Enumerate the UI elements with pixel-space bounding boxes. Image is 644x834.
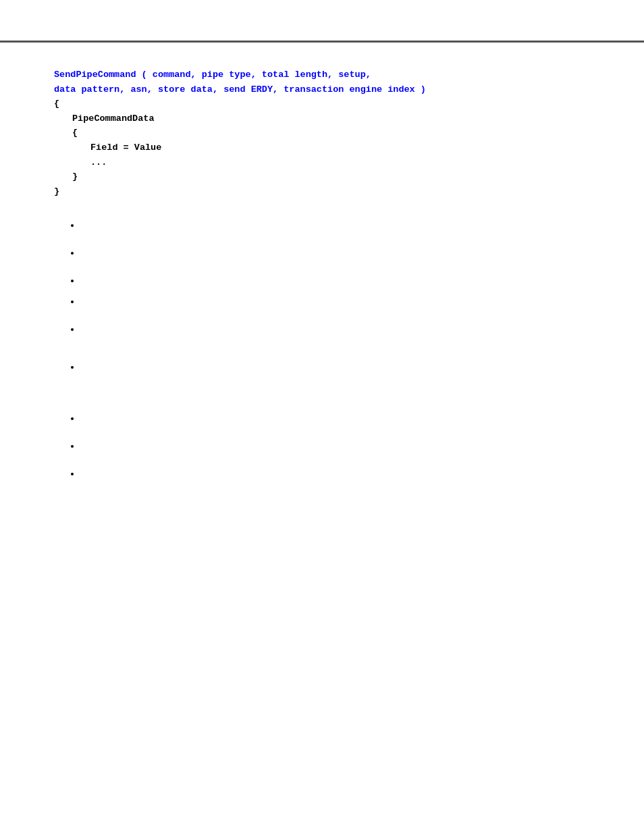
struct-name: PipeCommandData <box>72 113 155 124</box>
code-block: SendPipeCommand ( command, pipe type, to… <box>54 68 590 199</box>
code-line-2: data pattern, asn, store data, send ERDY… <box>54 82 590 97</box>
close-brace: } <box>54 186 59 197</box>
code-line-6: Field = Value <box>90 140 590 155</box>
bullet-list <box>81 219 590 481</box>
list-item <box>81 219 590 233</box>
open-brace: { <box>54 99 59 109</box>
struct-open: { <box>72 128 78 138</box>
code-line-4: PipeCommandData <box>72 111 590 126</box>
code-line-9: } <box>54 184 590 199</box>
list-item <box>81 467 590 481</box>
list-item <box>81 246 590 261</box>
code-line-5: { <box>72 126 590 140</box>
struct-close: } <box>72 172 78 182</box>
top-divider <box>0 41 644 43</box>
list-item <box>81 274 590 288</box>
field-value: Field = Value <box>90 142 161 153</box>
ellipsis: ... <box>90 157 107 167</box>
function-params: data pattern, asn, store data, send ERDY… <box>54 84 426 95</box>
code-line-3: { <box>54 97 590 111</box>
code-line-8: } <box>72 170 590 184</box>
code-line-7: ... <box>90 155 590 170</box>
list-item <box>81 440 590 454</box>
function-name: SendPipeCommand ( command, pipe type, to… <box>54 70 371 80</box>
list-item <box>81 412 590 426</box>
main-content: SendPipeCommand ( command, pipe type, to… <box>0 0 644 522</box>
code-line-1: SendPipeCommand ( command, pipe type, to… <box>54 68 590 82</box>
list-item <box>81 361 590 375</box>
list-item <box>81 295 590 309</box>
list-item <box>81 323 590 337</box>
